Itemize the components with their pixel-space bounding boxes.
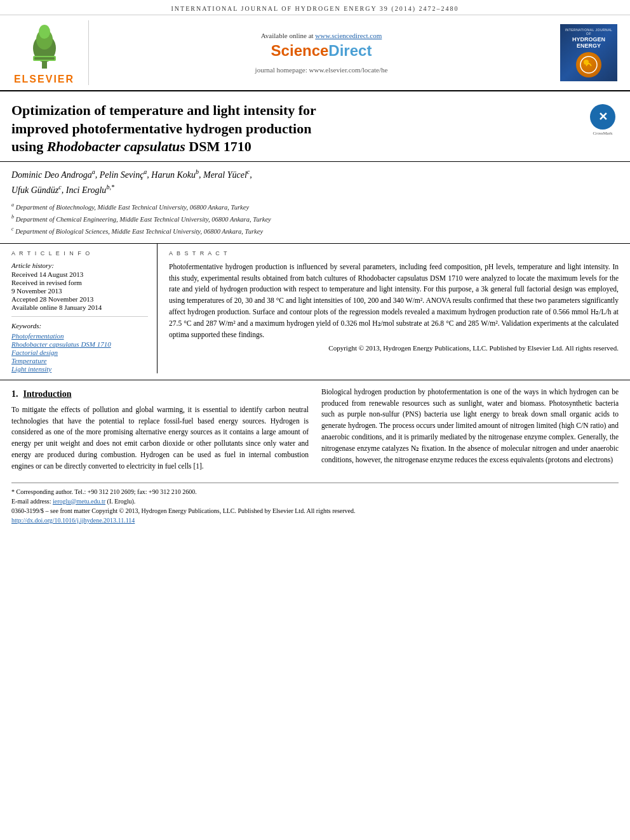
journal-header: International Journal of Hydrogen Energy… [0, 0, 630, 15]
intro-left-column: 1. Introduction To mitigate the effects … [11, 387, 309, 476]
title-italic: Rhodobacter capsulatus [47, 138, 185, 154]
issn-text: 0360-3199/$ – see front matter Copyright… [11, 506, 619, 516]
corresponding-author: * Corresponding author. Tel.: +90 312 21… [11, 487, 619, 497]
abstract-header: A B S T R A C T [169, 250, 619, 257]
keyword-1[interactable]: Photofermentation [11, 332, 148, 340]
accepted-date: Accepted 28 November 2013 [11, 295, 148, 303]
journal-cover-box: INTERNATIONAL JOURNAL OF HYDROGENENERGY [554, 20, 624, 85]
title-line1: Optimization of temperature and light in… [11, 102, 316, 118]
elsevier-logo: ELSEVIER [6, 20, 89, 85]
sciencedirect-logo: ScienceDirect [271, 42, 372, 60]
info-separator [11, 316, 148, 317]
copyright-text: Copyright © 2013, Hydrogen Energy Public… [169, 344, 619, 352]
intro-right-paragraph: Biological hydrogen production by photof… [321, 387, 619, 466]
crossmark-icon: ✕ [590, 104, 615, 130]
journal-h-text: HYDROGENENERGY [572, 37, 605, 50]
affil-b: b Department of Chemical Engineering, Mi… [11, 213, 619, 225]
title-dsm: DSM 1710 [185, 138, 251, 154]
elsevier-wordmark: ELSEVIER [14, 74, 74, 85]
svg-point-3 [39, 25, 50, 39]
email-label: E-mail address: [11, 498, 53, 505]
title-line3: using [11, 138, 47, 154]
section-title-text: Introduction [23, 389, 72, 399]
revised-label: Received in revised form [11, 279, 148, 286]
journal-thumbnail: INTERNATIONAL JOURNAL OF HYDROGENENERGY [560, 24, 617, 81]
journal-homepage-text: journal homepage: www.elsevier.com/locat… [255, 66, 388, 74]
crossmark-label: CrossMark [587, 131, 619, 136]
section-title: 1. Introduction [11, 389, 309, 399]
email-line: E-mail address: ieroglu@metu.edu.tr (I. … [11, 497, 619, 506]
crossmark-badge: ✕ CrossMark [587, 104, 619, 136]
journal-circle-graphic [576, 52, 601, 77]
sd-url[interactable]: www.sciencedirect.com [315, 32, 382, 39]
available-online-date: Available online 8 January 2014 [11, 303, 148, 311]
keyword-5[interactable]: Light intensity [11, 365, 148, 373]
center-banner: Available online at www.sciencedirect.co… [94, 20, 549, 85]
info-abstract-section: A R T I C L E I N F O Article history: R… [0, 244, 630, 380]
section-number: 1. [11, 389, 18, 399]
top-banner: ELSEVIER Available online at www.science… [0, 15, 630, 91]
keyword-4[interactable]: Temperature [11, 357, 148, 364]
svg-rect-5 [34, 57, 55, 60]
article-info-column: A R T I C L E I N F O Article history: R… [11, 244, 158, 373]
intro-right-column: Biological hydrogen production by photof… [321, 387, 619, 476]
author-comma: , [250, 170, 252, 179]
article-info-header: A R T I C L E I N F O [11, 250, 148, 257]
article-title: Optimization of temperature and light in… [11, 102, 507, 156]
author-gunduz: Ufuk Gündüz [11, 185, 58, 194]
available-online-text: Available online at www.sciencedirect.co… [261, 32, 382, 39]
intro-left-paragraph: To mitigate the effects of pollution and… [11, 404, 309, 472]
keyword-2[interactable]: Rhodobacter capsulatus DSM 1710 [11, 340, 148, 348]
journal-header-text: International Journal of Hydrogen Energy… [171, 5, 459, 12]
received-date: Received 14 August 2013 [11, 270, 148, 278]
affiliations-list: a Department of Biotechnology, Middle Ea… [11, 201, 619, 237]
authors-list: Dominic Deo Androgaa, Pelin Sevinça, Har… [11, 167, 619, 197]
keyword-3[interactable]: Factorial design [11, 349, 148, 356]
doi-text[interactable]: http://dx.doi.org/10.1016/j.ijhydene.201… [11, 516, 619, 525]
elsevier-tree-icon [19, 20, 70, 71]
abstract-column: A B S T R A C T Photofermentative hydrog… [158, 244, 619, 373]
introduction-section: 1. Introduction To mitigate the effects … [11, 387, 619, 476]
footnote-section: * Corresponding author. Tel.: +90 312 21… [11, 483, 619, 525]
authors-section: Dominic Deo Androgaa, Pelin Sevinça, Har… [0, 162, 630, 244]
journal-circle-icon [580, 56, 598, 74]
affil-sup-b2: b,* [106, 183, 114, 190]
svg-point-6 [580, 57, 597, 73]
article-title-section: Optimization of temperature and light in… [0, 91, 630, 162]
author-sevinc-sep: , Pelin Sevinç [95, 170, 144, 179]
email-suffix: (I. Eroglu). [105, 498, 135, 505]
revised-date: 9 November 2013 [11, 287, 148, 295]
history-label: Article history: [11, 262, 148, 269]
author-androga: Dominic Deo Androga [11, 170, 92, 179]
affil-c: c Department of Biological Sciences, Mid… [11, 225, 619, 237]
author-eroglu-sep: , Inci Eroglu [62, 185, 107, 194]
abstract-text: Photofermentative hydrogen production is… [169, 262, 619, 341]
affil-a: a Department of Biotechnology, Middle Ea… [11, 201, 619, 213]
author-yucel-sep: , Meral Yücel [199, 170, 247, 179]
author-koku-sep: , Harun Koku [147, 170, 196, 179]
keywords-label: Keywords: [11, 322, 148, 330]
email-link[interactable]: ieroglu@metu.edu.tr [53, 498, 105, 505]
journal-intl-text: INTERNATIONAL JOURNAL OF [563, 28, 615, 36]
title-line2: improved photofermentative hydrogen prod… [11, 121, 311, 137]
main-content: 1. Introduction To mitigate the effects … [0, 380, 630, 531]
